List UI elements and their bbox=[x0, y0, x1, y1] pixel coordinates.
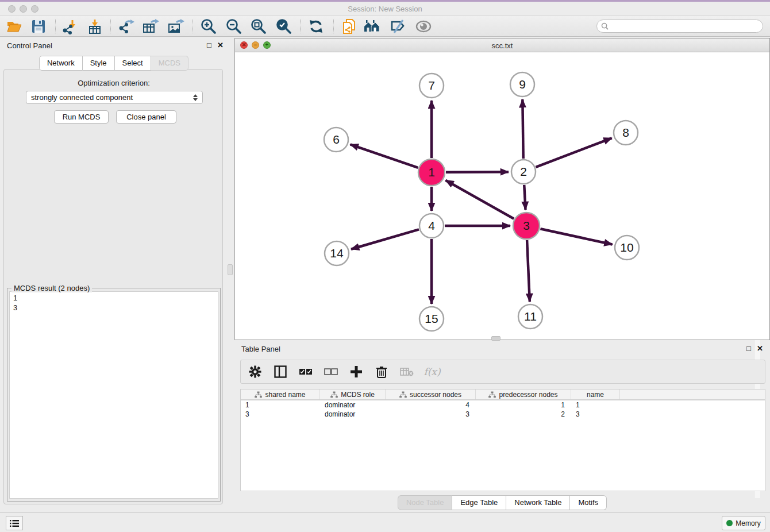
cell-name: 3 bbox=[571, 410, 620, 419]
column-header-predecessor-nodes[interactable]: predecessor nodes bbox=[476, 390, 571, 399]
toolbar-separator bbox=[55, 20, 56, 33]
control-panel-float-icon[interactable]: □ bbox=[207, 41, 211, 49]
network-view-window: ✕ − + scc.txt 7968124314101511 bbox=[234, 38, 770, 340]
vertical-splitter-grip[interactable] bbox=[228, 264, 233, 275]
graph-node-label-11: 11 bbox=[524, 310, 537, 323]
graph-node-label-4: 4 bbox=[428, 219, 435, 232]
graph-node-label-1: 1 bbox=[428, 165, 435, 179]
graph-node-label-14: 14 bbox=[330, 246, 344, 260]
cell-mcds-role: dominator bbox=[320, 400, 386, 410]
zoom-out-icon[interactable] bbox=[224, 18, 244, 35]
refresh-layout-icon[interactable] bbox=[306, 18, 326, 35]
table-settings-icon[interactable] bbox=[247, 363, 264, 380]
tab-network-table[interactable]: Network Table bbox=[506, 495, 570, 510]
first-neighbors-icon[interactable] bbox=[363, 18, 383, 35]
main-toolbar bbox=[0, 16, 770, 37]
hierarchy-icon bbox=[488, 391, 496, 398]
graph-edge-2-3[interactable] bbox=[524, 185, 525, 210]
column-header-filler bbox=[620, 390, 765, 399]
toolbar-separator bbox=[110, 20, 111, 33]
table-panel-tabs: Node Table Edge Table Network Table Moti… bbox=[234, 495, 770, 510]
graph-node-label-8: 8 bbox=[622, 126, 629, 139]
control-panel-close-icon[interactable]: ✕ bbox=[217, 41, 224, 49]
task-list-icon bbox=[9, 519, 20, 528]
zoom-fit-icon[interactable] bbox=[249, 18, 268, 35]
optimization-criterion-select[interactable]: strongly connected component bbox=[26, 91, 203, 104]
graph-edge-3-1[interactable] bbox=[445, 180, 514, 219]
search-input[interactable] bbox=[609, 20, 763, 32]
cell-predecessor-nodes: 1 bbox=[476, 400, 571, 410]
run-mcds-button[interactable]: Run MCDS bbox=[54, 110, 109, 124]
network-window-titlebar[interactable]: ✕ − + scc.txt bbox=[235, 38, 769, 52]
column-label: name bbox=[587, 391, 604, 399]
optimization-criterion-label: Optimization criterion: bbox=[0, 79, 228, 87]
export-image-icon[interactable] bbox=[166, 18, 186, 35]
table-panel-close-icon[interactable]: ✕ bbox=[757, 345, 763, 352]
cell-name: 1 bbox=[571, 400, 620, 410]
add-column-icon[interactable] bbox=[348, 363, 365, 380]
tab-motifs[interactable]: Motifs bbox=[570, 495, 607, 510]
mcds-result-line: 3 bbox=[13, 303, 214, 313]
birds-eye-view-icon[interactable] bbox=[414, 18, 433, 35]
deselect-all-icon[interactable] bbox=[322, 363, 340, 380]
hide-labels-icon[interactable] bbox=[388, 18, 408, 35]
control-panel-title: Control Panel bbox=[7, 41, 52, 50]
graph-edge-2-9[interactable] bbox=[522, 99, 523, 159]
close-panel-button[interactable]: Close panel bbox=[116, 110, 176, 124]
graph-edge-4-14[interactable] bbox=[351, 229, 419, 249]
table-row[interactable]: 3 dominator 3 2 3 bbox=[241, 410, 765, 419]
mcds-result-textarea[interactable]: 1 3 bbox=[9, 291, 218, 499]
graph-node-label-7: 7 bbox=[428, 79, 435, 92]
column-header-name[interactable]: name bbox=[571, 390, 620, 399]
graph-edge-3-11[interactable] bbox=[527, 240, 530, 302]
tab-style[interactable]: Style bbox=[83, 56, 115, 71]
import-table-icon[interactable] bbox=[85, 18, 105, 35]
graph-edge-3-10[interactable] bbox=[540, 229, 612, 244]
apply-function-icon[interactable]: f(x) bbox=[424, 363, 441, 380]
column-layout-icon[interactable] bbox=[272, 363, 289, 380]
import-network-icon[interactable] bbox=[60, 18, 79, 35]
app-titlebar: Session: New Session bbox=[0, 0, 770, 16]
task-history-button[interactable] bbox=[6, 516, 23, 530]
table-row[interactable]: 1 dominator 4 1 1 bbox=[241, 400, 765, 410]
column-header-mcds-role[interactable]: MCDS role bbox=[320, 390, 386, 399]
tab-network[interactable]: Network bbox=[39, 56, 83, 71]
clone-network-icon[interactable] bbox=[339, 18, 359, 35]
zoom-selected-icon[interactable] bbox=[274, 18, 294, 35]
save-session-icon[interactable] bbox=[29, 18, 48, 35]
memory-button[interactable]: Memory bbox=[722, 516, 765, 530]
tab-mcds[interactable]: MCDS bbox=[151, 56, 188, 71]
node-table-header: shared name MCDS role successor nodes pr… bbox=[241, 390, 765, 400]
tab-edge-table[interactable]: Edge Table bbox=[452, 495, 506, 510]
graph-node-label-9: 9 bbox=[519, 78, 526, 91]
table-panel-float-icon[interactable]: □ bbox=[746, 345, 751, 352]
memory-label: Memory bbox=[736, 519, 760, 527]
column-label: successor nodes bbox=[410, 391, 461, 399]
delete-column-icon[interactable] bbox=[373, 363, 390, 380]
graph-edge-1-6[interactable] bbox=[351, 144, 418, 167]
select-all-icon[interactable] bbox=[297, 363, 314, 380]
search-icon bbox=[601, 22, 609, 30]
delete-table-icon[interactable] bbox=[398, 363, 415, 380]
graph-edge-1-2[interactable] bbox=[446, 172, 509, 172]
status-bar: Memory bbox=[0, 512, 770, 532]
zoom-in-icon[interactable] bbox=[199, 18, 218, 35]
tab-node-table[interactable]: Node Table bbox=[398, 495, 453, 510]
search-field bbox=[596, 20, 763, 33]
tab-select[interactable]: Select bbox=[115, 56, 151, 71]
column-header-successor-nodes[interactable]: successor nodes bbox=[386, 390, 476, 399]
export-network-icon[interactable] bbox=[116, 18, 136, 35]
graph-node-label-6: 6 bbox=[333, 133, 340, 146]
memory-status-icon bbox=[726, 520, 733, 526]
session-title: Session: New Session bbox=[0, 5, 770, 13]
network-window-title: scc.txt bbox=[235, 41, 769, 50]
export-table-icon[interactable] bbox=[141, 18, 160, 35]
open-session-icon[interactable] bbox=[5, 18, 24, 35]
horizontal-splitter-grip[interactable] bbox=[491, 336, 500, 341]
network-canvas[interactable]: 7968124314101511 bbox=[235, 52, 769, 340]
table-toolbar: f(x) bbox=[240, 360, 765, 384]
select-stepper-icon bbox=[193, 94, 198, 101]
graph-edge-2-8[interactable] bbox=[536, 138, 611, 167]
cell-predecessor-nodes: 2 bbox=[476, 410, 571, 419]
column-header-shared-name[interactable]: shared name bbox=[241, 390, 320, 399]
